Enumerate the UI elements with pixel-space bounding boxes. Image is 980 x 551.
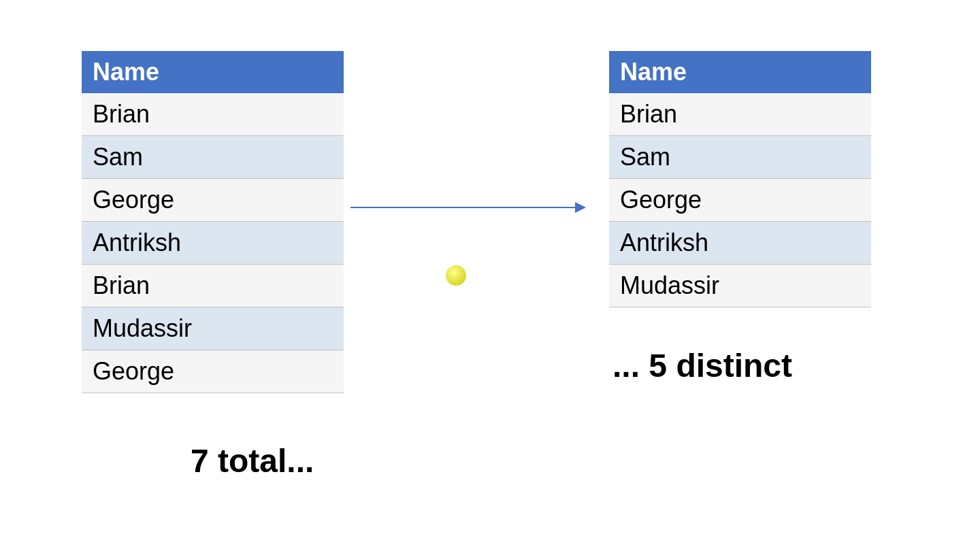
table-row: George: [82, 179, 344, 222]
table-row: George: [82, 350, 344, 393]
yellow-dot: [446, 265, 466, 286]
table-row: Mudassir: [82, 307, 344, 350]
distinct-label: ... 5 distinct: [612, 347, 792, 384]
table-row: Brian: [82, 93, 344, 136]
main-container: Name Brian Sam George Antriksh Brian Mud…: [0, 0, 980, 551]
table-row: Sam: [609, 136, 871, 179]
table-row: Brian: [609, 93, 871, 136]
total-label: 7 total...: [191, 442, 314, 480]
arrow-container: [350, 194, 602, 221]
left-table: Name Brian Sam George Antriksh Brian Mud…: [82, 51, 344, 393]
table-row: Brian: [82, 265, 344, 307]
right-table-header: Name: [609, 51, 871, 93]
arrow-line: [350, 207, 575, 208]
arrow-head: [575, 202, 586, 213]
right-table: Name Brian Sam George Antriksh Mudassir: [609, 51, 871, 307]
table-row: Mudassir: [609, 265, 871, 307]
left-table-header: Name: [82, 51, 344, 93]
table-row: Antriksh: [609, 222, 871, 265]
table-row: Antriksh: [82, 222, 344, 265]
table-row: Sam: [82, 136, 344, 179]
table-row: George: [609, 179, 871, 222]
